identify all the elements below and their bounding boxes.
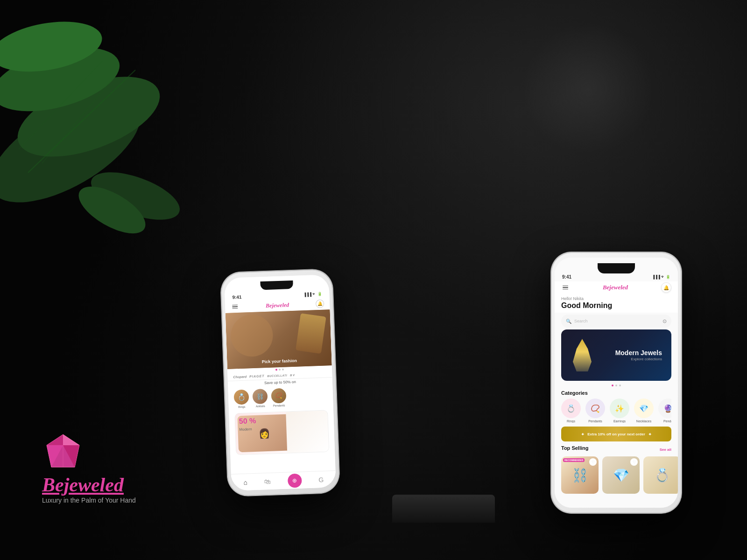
left-status-icons: ▐▐▐ ᯤ 🔋 (303, 292, 322, 297)
right-cat-necklaces-icon: 💎 (639, 404, 648, 413)
right-top-selling-header: Top Selling See all (561, 445, 671, 454)
brand-section: Bejeweled Luxury in the Palm of Your Han… (42, 432, 136, 504)
brand-name-text: Bejeweled (42, 475, 136, 495)
right-dots (555, 383, 678, 388)
phones-container: 9:41 ▐▐▐ ᯤ 🔋 Bejeweled 🔔 (177, 65, 710, 523)
right-search-placeholder: Search (574, 319, 588, 323)
left-cat-pendants-icon: 📿 (275, 392, 282, 399)
brand-buccellati: BUCCELLATI (267, 374, 287, 377)
right-search-bar[interactable]: 🔍 Search ⊙ (561, 315, 671, 328)
search-icon: 🔍 (566, 319, 571, 324)
right-hamburger-line-1 (563, 286, 568, 287)
left-nav-shop[interactable]: 🛍 (264, 477, 271, 485)
left-bottom-nav: ⌂ 🛍 ⊕ G (231, 470, 336, 491)
left-status-time: 9:41 (232, 294, 241, 300)
right-phone: 9:41 ▐▐▐ ᯤ 🔋 Bejeweled 🔔 Hello! Nikita (551, 252, 682, 513)
hamburger-menu-left[interactable] (231, 303, 239, 310)
left-cat-pendants-label: Pendants (273, 404, 285, 407)
right-hero-subtitle: Explore collections (615, 357, 662, 361)
product-badge-1: RECOMMENDED (563, 458, 585, 462)
right-hero-title: Modern Jewels (615, 349, 662, 357)
right-cat-earrings[interactable]: ✨ Earrings (610, 399, 629, 423)
right-phone-notch (598, 263, 635, 273)
right-cat-penda-icon: 🔮 (663, 404, 671, 413)
right-top-selling-title: Top Selling (561, 445, 588, 451)
right-cat-earrings-label: Earrings (613, 420, 626, 423)
brand-piaget: PIAGET (249, 374, 264, 378)
right-cat-necklaces[interactable]: 💎 Necklaces (634, 399, 654, 423)
product-card-1[interactable]: ⛓️ RECOMMENDED ♡ (561, 456, 599, 494)
product-card-3[interactable]: 💍 (643, 456, 678, 494)
left-bell-icon[interactable]: 🔔 (316, 300, 324, 308)
right-cat-rings[interactable]: 💍 Rings (561, 399, 581, 423)
promo-star-left: ✦ (581, 432, 585, 437)
left-cat-anklets-label: Anklets (256, 405, 265, 408)
right-cat-necklaces-label: Necklaces (636, 420, 651, 423)
left-cat-anklets[interactable]: ⛓️ Anklets (252, 389, 268, 408)
right-app-content: 9:41 ▐▐▐ ᯤ 🔋 Bejeweled 🔔 Hello! Nikita (555, 258, 678, 508)
right-dot-3 (619, 385, 621, 386)
left-promo-subtitle: Modern (239, 427, 252, 432)
right-cat-earrings-icon: ✨ (615, 404, 624, 413)
right-hero-banner: Modern Jewels Explore collections (561, 329, 671, 381)
brand-tagline-text: Luxury in the Palm of Your Hand (42, 497, 136, 504)
right-hero-text: Modern Jewels Explore collections (615, 349, 662, 361)
left-cat-anklets-circle: ⛓️ (252, 389, 268, 404)
brand-bv: B V (290, 373, 295, 376)
right-cat-pendants-circle: 📿 (585, 399, 605, 418)
right-app-header: Bejeweled 🔔 (555, 281, 678, 294)
left-app-logo: Bejeweled (266, 301, 289, 309)
left-hero-banner: Pick your fashion (226, 309, 332, 369)
right-bell-icon[interactable]: 🔔 (661, 282, 671, 293)
right-see-all-link[interactable]: See all (660, 448, 671, 452)
hamburger-menu-right[interactable] (561, 284, 570, 291)
left-cat-rings-circle: 💍 (233, 389, 249, 405)
right-dot-2 (615, 385, 617, 386)
camera-search-icon[interactable]: ⊙ (662, 318, 667, 324)
hamburger-line-1 (232, 305, 238, 306)
right-cat-earrings-circle: ✨ (610, 399, 629, 418)
hamburger-line-2 (232, 306, 238, 307)
right-cat-pendants-icon: 📿 (591, 404, 600, 413)
right-status-time: 9:41 (562, 274, 571, 280)
phone-stand (392, 495, 495, 523)
brand-chopard: Chopard (233, 375, 247, 378)
right-status-icons: ▐▐▐ ᯤ 🔋 (652, 275, 670, 279)
right-cat-pendants[interactable]: 📿 Pendants (585, 399, 605, 423)
left-nav-home[interactable]: ⌂ (243, 478, 247, 486)
left-categories-row: 💍 Rings ⛓️ Anklets 📿 Pend (228, 384, 333, 412)
right-cat-penda-circle: 🔮 (658, 399, 671, 418)
right-cat-necklaces-circle: 💎 (634, 399, 654, 418)
right-app-logo: Bejeweled (603, 284, 628, 291)
left-cat-rings-label: Rings (238, 406, 246, 409)
left-cat-pendants[interactable]: 📿 Pendants (271, 388, 286, 407)
left-promo-banner: 👩 50 % Modern (234, 410, 329, 455)
right-greeting-section: Hello! Nikita Good Morning (555, 294, 678, 313)
dot-1 (275, 369, 277, 371)
hero-necklace-image (571, 334, 594, 376)
right-cat-penda[interactable]: 🔮 Penda (658, 399, 671, 423)
left-nav-g[interactable]: G (318, 476, 324, 483)
right-dot-1 (612, 385, 613, 386)
right-greeting-main: Good Morning (561, 301, 671, 310)
right-cat-rings-label: Rings (567, 420, 575, 423)
dot-2 (279, 369, 281, 371)
right-hamburger-line-2 (563, 287, 568, 288)
left-nav-camera[interactable]: ⊕ (288, 473, 302, 488)
product-image-3: 💍 (643, 456, 678, 494)
left-phone: 9:41 ▐▐▐ ᯤ 🔋 Bejeweled 🔔 (220, 269, 340, 497)
left-cat-pendants-circle: 📿 (271, 388, 286, 404)
product-card-2[interactable]: 💎 ♡ (602, 456, 640, 494)
right-cat-pendants-label: Pendants (588, 420, 602, 423)
left-phone-notch (260, 280, 293, 290)
right-categories-title: Categories (561, 390, 671, 396)
left-cat-rings[interactable]: 💍 Rings (233, 389, 249, 408)
right-phone-screen: 9:41 ▐▐▐ ᯤ 🔋 Bejeweled 🔔 Hello! Nikita (555, 258, 678, 508)
right-categories-section: Categories 💍 Rings 📿 Penda (555, 388, 678, 425)
right-greeting-sub: Hello! Nikita (561, 296, 671, 301)
left-cat-anklets-icon: ⛓️ (256, 393, 263, 400)
right-hamburger-line-3 (563, 289, 568, 290)
right-categories-row: 💍 Rings 📿 Pendants ✨ (561, 399, 671, 423)
left-cat-rings-icon: 💍 (237, 393, 246, 401)
right-cat-rings-icon: 💍 (566, 404, 576, 413)
